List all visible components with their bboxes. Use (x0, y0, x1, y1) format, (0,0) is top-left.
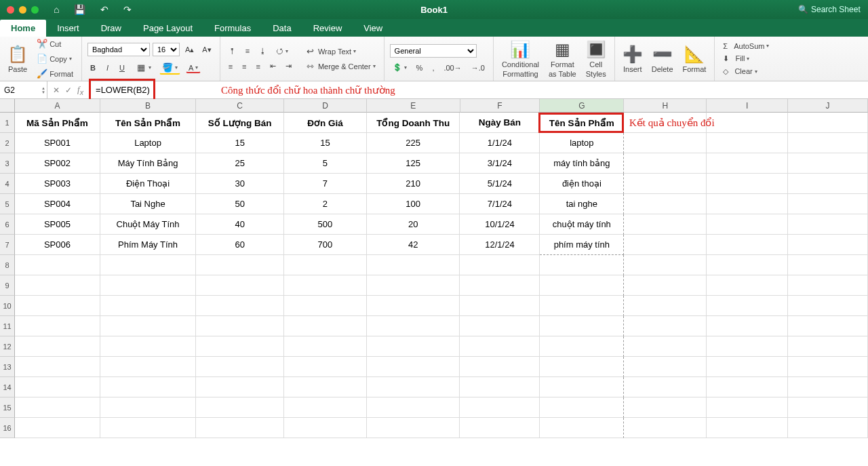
insert-cells-button[interactable]: ➕Insert (620, 43, 645, 75)
cell[interactable] (707, 275, 788, 296)
fx-icon[interactable]: fx (77, 84, 83, 96)
align-middle-button[interactable]: ≡ (243, 45, 252, 56)
cell[interactable] (788, 296, 868, 316)
cell[interactable] (15, 296, 100, 316)
cell[interactable]: 15 (196, 133, 284, 153)
row-header[interactable]: 16 (0, 418, 15, 438)
cell[interactable]: 225 (367, 133, 460, 153)
cell[interactable] (460, 316, 540, 336)
column-header[interactable]: G (540, 99, 624, 113)
cell[interactable]: Đơn Giá (284, 113, 367, 133)
cell[interactable] (460, 275, 540, 296)
cell[interactable] (460, 296, 540, 316)
cell[interactable] (196, 255, 284, 275)
cell[interactable] (15, 255, 100, 275)
cell[interactable] (367, 357, 460, 377)
enter-formula-button[interactable]: ✓ (65, 85, 72, 95)
italic-button[interactable]: I (104, 62, 111, 73)
cell[interactable]: 5/1/24 (460, 174, 540, 194)
align-bottom-button[interactable]: ⭳ (256, 45, 269, 56)
cell[interactable]: 50 (196, 194, 284, 214)
percent-button[interactable]: % (414, 62, 426, 73)
cell[interactable] (460, 255, 540, 275)
border-button[interactable]: ▦ (133, 61, 154, 75)
cell[interactable] (460, 336, 540, 357)
cell[interactable] (540, 255, 624, 275)
column-header[interactable]: H (624, 99, 707, 113)
cell[interactable] (624, 214, 707, 235)
cell[interactable] (460, 418, 540, 438)
cell[interactable] (196, 336, 284, 357)
cell[interactable] (460, 357, 540, 377)
cell[interactable] (540, 316, 624, 336)
fill-color-button[interactable]: 🪣 (159, 60, 180, 75)
cell[interactable] (540, 275, 624, 296)
row-header[interactable]: 12 (0, 336, 15, 357)
cell[interactable] (196, 316, 284, 336)
row-header[interactable]: 8 (0, 255, 15, 275)
search-sheet[interactable]: 🔍 (798, 5, 865, 14)
row-header[interactable]: 15 (0, 397, 15, 418)
cell[interactable] (788, 316, 868, 336)
cell[interactable]: 125 (367, 153, 460, 174)
cell[interactable]: Chuột Máy Tính (100, 214, 197, 235)
cell[interactable]: Số Lượng Bán (196, 113, 284, 133)
cell[interactable]: máy tính bảng (540, 153, 624, 174)
cell[interactable] (367, 418, 460, 438)
cell[interactable] (788, 275, 868, 296)
cell[interactable] (788, 357, 868, 377)
cell[interactable] (707, 214, 788, 235)
cell[interactable] (788, 194, 868, 214)
cell[interactable] (788, 214, 868, 235)
row-header[interactable]: 4 (0, 174, 15, 194)
tab-view[interactable]: View (353, 20, 393, 37)
cell[interactable] (196, 357, 284, 377)
cancel-formula-button[interactable]: ✕ (53, 85, 60, 95)
cell[interactable]: 700 (284, 235, 367, 255)
cell[interactable] (707, 174, 788, 194)
cell[interactable] (367, 397, 460, 418)
orientation-button[interactable]: ⭯ (273, 45, 291, 56)
align-right-button[interactable]: ≡ (254, 60, 263, 72)
cell[interactable]: phím máy tính (540, 235, 624, 255)
cell[interactable] (540, 418, 624, 438)
row-header[interactable]: 2 (0, 133, 15, 153)
format-painter-button[interactable]: 🖌️Format (34, 67, 76, 81)
column-header[interactable]: F (460, 99, 540, 113)
cell[interactable] (624, 357, 707, 377)
cell[interactable]: SP004 (15, 194, 100, 214)
cell[interactable] (624, 235, 707, 255)
row-header[interactable]: 10 (0, 296, 15, 316)
autosum-button[interactable]: Σ AutoSum (720, 41, 772, 52)
name-box[interactable]: G2 ▲▼ (0, 81, 47, 98)
align-top-button[interactable]: ⭱ (226, 45, 239, 56)
cell[interactable] (788, 397, 868, 418)
row-header[interactable]: 1 (0, 113, 15, 133)
align-center-button[interactable]: ≡ (239, 60, 249, 72)
cell[interactable] (624, 418, 707, 438)
cell[interactable]: SP003 (15, 174, 100, 194)
cell[interactable] (100, 397, 197, 418)
cell[interactable]: 10/1/24 (460, 214, 540, 235)
indent-decrease-button[interactable]: ⇤ (267, 60, 279, 72)
cell[interactable]: 100 (367, 194, 460, 214)
cell[interactable]: Điện Thoại (100, 174, 197, 194)
cell[interactable] (367, 336, 460, 357)
cell[interactable] (460, 397, 540, 418)
cell[interactable] (624, 133, 707, 153)
cell[interactable] (788, 153, 868, 174)
cell[interactable] (15, 377, 100, 397)
cell[interactable] (15, 357, 100, 377)
column-header[interactable]: I (707, 99, 788, 113)
select-all-corner[interactable] (0, 99, 15, 113)
cell[interactable] (284, 275, 367, 296)
font-color-button[interactable]: A (186, 62, 201, 73)
decrease-decimal-button[interactable]: →.0 (469, 62, 488, 73)
cell[interactable] (624, 275, 707, 296)
cell[interactable] (284, 336, 367, 357)
cell[interactable] (788, 113, 868, 133)
cell[interactable]: SP002 (15, 153, 100, 174)
cell[interactable]: Tai Nghe (100, 194, 197, 214)
cell[interactable]: 500 (284, 214, 367, 235)
cell[interactable] (367, 316, 460, 336)
